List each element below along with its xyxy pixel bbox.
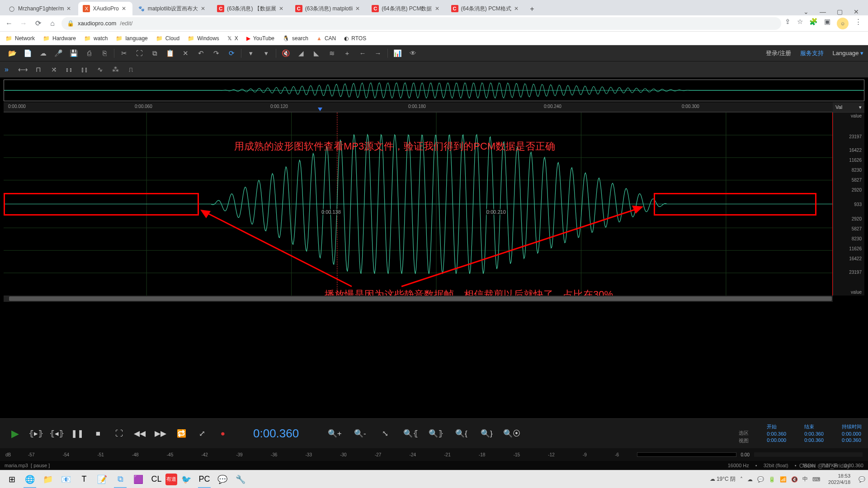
close-icon[interactable]: ✕ xyxy=(201,5,207,12)
value-axis-header[interactable]: Val▾ xyxy=(833,102,864,112)
bookmark-item[interactable]: 𝕏X xyxy=(227,35,238,42)
fade-in-icon[interactable]: ◢ xyxy=(293,46,309,61)
app-icon[interactable]: 🟪 xyxy=(129,471,147,488)
undo-icon[interactable]: ↶ xyxy=(193,46,208,61)
dropdown-icon[interactable]: ▾ xyxy=(259,46,274,61)
waveform-overview[interactable] xyxy=(4,80,864,101)
browser-tab[interactable]: C(63条消息) matplotli✕ xyxy=(291,2,366,15)
bookmark-item[interactable]: ▲CAN xyxy=(316,35,336,42)
browser-tab[interactable]: 🐾matplotlib设置画布大✕ xyxy=(133,2,212,15)
bookmark-item[interactable]: 📁Hardware xyxy=(43,35,76,42)
url-field[interactable]: 🔒 xaudiopro.com/edit/ xyxy=(61,17,781,30)
fit-button[interactable]: ⤢ xyxy=(193,425,211,442)
clion-icon[interactable]: CL xyxy=(147,471,165,488)
login-link[interactable]: 登录/注册 xyxy=(766,49,791,57)
share-icon[interactable]: ⇪ xyxy=(785,18,791,29)
record-button[interactable]: ● xyxy=(214,425,231,442)
copy-icon[interactable]: ⧉ xyxy=(147,46,162,61)
bookmark-item[interactable]: ▶YouTube xyxy=(246,35,274,42)
tray-app-icon[interactable]: 💬 xyxy=(757,476,764,483)
skip-back-button[interactable]: ⦃▸⦄ xyxy=(27,425,44,442)
stop-button[interactable]: ■ xyxy=(90,425,107,442)
language-dropdown[interactable]: Language ▾ xyxy=(833,50,863,56)
open-file-icon[interactable]: 📂 xyxy=(5,46,20,61)
browser-tab[interactable]: C(63条消息) 【数据展✕ xyxy=(212,2,290,15)
shift-right-icon[interactable]: → xyxy=(370,46,386,61)
close-icon[interactable]: ✕ xyxy=(514,5,520,12)
back-button[interactable]: ← xyxy=(4,18,14,29)
chevron-down-icon[interactable]: ⌄ xyxy=(803,8,809,15)
home-button[interactable]: ⌂ xyxy=(47,18,58,29)
sliders-icon[interactable]: ⫿⫿ xyxy=(77,62,92,77)
effect-icon[interactable]: ⁂ xyxy=(108,62,123,77)
new-file-icon[interactable]: 📄 xyxy=(20,46,35,61)
playhead-marker[interactable] xyxy=(318,108,322,111)
bookmark-item[interactable]: 📁Windows xyxy=(188,35,219,42)
extensions-icon[interactable]: 🧩 xyxy=(809,18,818,29)
zoom-sel-in-button[interactable]: 🔍⦃ xyxy=(402,425,419,442)
browser-tab[interactable]: C(64条消息) PCM数据✕ xyxy=(367,2,445,15)
zoom-left-button[interactable]: 🔍{ xyxy=(453,425,470,442)
zoom-all-button[interactable]: 🔍⦿ xyxy=(503,425,520,442)
delete-icon[interactable]: ✕ xyxy=(178,46,193,61)
microphone-icon[interactable]: 🎤 xyxy=(51,46,66,61)
sidepanel-icon[interactable]: ▣ xyxy=(824,18,830,29)
close-icon[interactable]: ✕ xyxy=(435,5,441,12)
vscode-icon[interactable]: ⧉ xyxy=(111,471,129,488)
volume-icon[interactable]: 🔇 xyxy=(791,476,798,483)
save-selection-icon[interactable]: ⎘ xyxy=(97,46,112,61)
pause-button[interactable]: ❚❚ xyxy=(69,425,86,442)
time-ruler[interactable]: 0:00.000 0:00.060 0:00.120 0:00.180 0:00… xyxy=(4,102,864,112)
youdao-icon[interactable]: 有道 xyxy=(165,474,177,485)
loop-button[interactable]: 🔁 xyxy=(173,425,190,442)
zoom-right-button[interactable]: 🔍} xyxy=(478,425,495,442)
bookmark-star-icon[interactable]: ☆ xyxy=(797,18,803,29)
export-icon[interactable]: ⎙ xyxy=(81,46,97,61)
collapse-chevron-icon[interactable]: » xyxy=(5,66,15,74)
close-icon[interactable]: ✕ xyxy=(66,5,73,12)
zoom-sel-out-button[interactable]: 🔍⦄ xyxy=(427,425,444,442)
skip-fwd-button[interactable]: ⦃◂⦄ xyxy=(48,425,65,442)
horizontal-scrollbar[interactable] xyxy=(4,296,833,302)
fastfwd-button[interactable]: ▶▶ xyxy=(152,425,169,442)
forward-button[interactable]: → xyxy=(18,18,29,29)
explorer-icon[interactable]: 📁 xyxy=(39,471,57,488)
minimize-icon[interactable]: — xyxy=(820,8,826,15)
wifi-icon[interactable]: 📶 xyxy=(780,476,787,483)
text-icon[interactable]: T xyxy=(75,471,93,488)
shuffle-icon[interactable]: ⤨ xyxy=(46,62,61,77)
close-window-icon[interactable]: ✕ xyxy=(854,8,859,15)
add-icon[interactable]: + xyxy=(340,46,355,61)
browser-tab[interactable]: XXAudioPro✕ xyxy=(78,2,132,15)
pycharm-icon[interactable]: PC xyxy=(195,471,213,488)
save-icon[interactable]: 💾 xyxy=(66,46,81,61)
profile-avatar[interactable]: ☺ xyxy=(837,18,849,29)
redo-icon[interactable]: ↷ xyxy=(208,46,224,61)
zoom-in-button[interactable]: 🔍+ xyxy=(326,425,343,442)
equalizer-icon[interactable]: ⫾⫾ xyxy=(61,62,77,77)
bookmark-item[interactable]: 📁language xyxy=(116,35,147,42)
notifications-icon[interactable]: 💬 xyxy=(859,476,865,483)
new-tab-button[interactable]: + xyxy=(526,3,538,15)
bookmark-item[interactable]: 📁Cloud xyxy=(156,35,179,42)
bookmark-item[interactable]: ◐RTOS xyxy=(344,35,366,42)
support-link[interactable]: 服务支持 xyxy=(800,49,824,57)
zoom-fit-button[interactable]: ⤡ xyxy=(377,425,394,442)
shift-left-icon[interactable]: ← xyxy=(355,46,370,61)
reload-button[interactable]: ⟳ xyxy=(33,18,43,29)
notepad-icon[interactable]: 📝 xyxy=(93,471,111,488)
rewind-button[interactable]: ◀◀ xyxy=(131,425,148,442)
cloud-upload-icon[interactable]: ☁ xyxy=(35,46,51,61)
fullscreen-select-button[interactable]: ⛶ xyxy=(110,425,127,442)
chrome-icon[interactable]: 🌐 xyxy=(21,471,39,488)
browser-tab[interactable]: C(64条消息) PCM格式✕ xyxy=(447,2,525,15)
view-icon[interactable]: 👁 xyxy=(405,46,420,61)
refresh-icon[interactable]: ⟳ xyxy=(224,46,239,61)
paste-icon[interactable]: 📋 xyxy=(162,46,178,61)
wechat-icon[interactable]: 💬 xyxy=(213,471,231,488)
app-icon[interactable]: 🐦 xyxy=(177,471,195,488)
close-icon[interactable]: ✕ xyxy=(355,5,362,12)
browser-tab[interactable]: ◯MrzhangF1ghter/m✕ xyxy=(4,2,77,15)
wave-icon[interactable]: ∿ xyxy=(92,62,108,77)
mute-icon[interactable]: 🔇 xyxy=(278,46,293,61)
